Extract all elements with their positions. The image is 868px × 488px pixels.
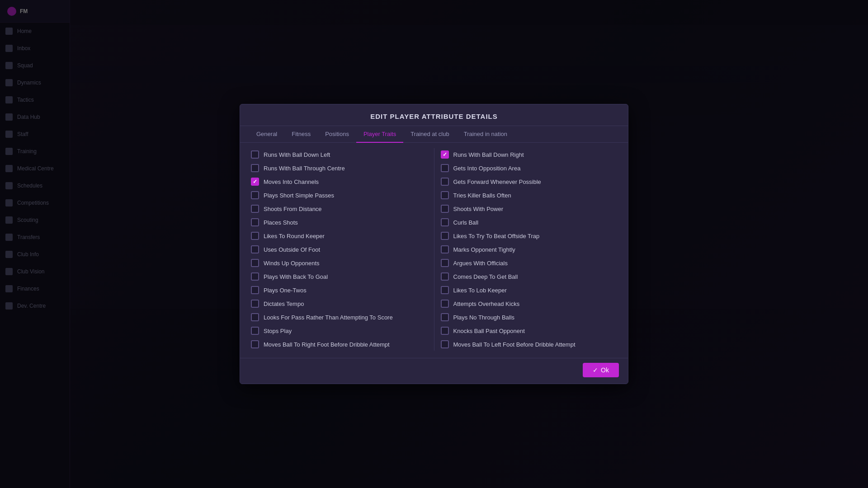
- left-trait-row[interactable]: Looks For Pass Rather Than Attempting To…: [249, 311, 429, 324]
- trait-label: Moves Into Channels: [264, 178, 319, 185]
- left-trait-row[interactable]: Runs With Ball Down Left: [249, 148, 429, 161]
- trait-checkbox[interactable]: [251, 178, 259, 186]
- trait-checkbox[interactable]: [441, 232, 449, 240]
- right-trait-row[interactable]: Plays No Through Balls: [439, 311, 619, 324]
- trait-label: Runs With Ball Down Left: [264, 151, 330, 158]
- right-trait-row[interactable]: Likes To Lob Keeper: [439, 284, 619, 296]
- right-trait-row[interactable]: Knocks Ball Past Opponent: [439, 324, 619, 337]
- modal-overlay: EDIT PLAYER ATTRIBUTE DETAILS General Fi…: [0, 0, 868, 488]
- left-trait-row[interactable]: Moves Ball To Right Foot Before Dribble …: [249, 338, 429, 351]
- trait-checkbox[interactable]: [251, 327, 259, 335]
- trait-checkbox[interactable]: [251, 164, 259, 172]
- trait-label: Marks Opponent Tightly: [453, 246, 515, 253]
- trait-label: Moves Ball To Left Foot Before Dribble A…: [453, 341, 576, 348]
- tab-positions[interactable]: Positions: [318, 126, 356, 143]
- trait-checkbox[interactable]: [251, 191, 259, 199]
- trait-label: Plays Short Simple Passes: [264, 192, 334, 199]
- modal-tabs: General Fitness Positions Player Traits …: [240, 126, 628, 143]
- trait-label: Curls Ball: [453, 219, 479, 226]
- left-trait-row[interactable]: Plays One-Twos: [249, 284, 429, 296]
- trait-label: Shoots From Distance: [264, 206, 322, 212]
- left-trait-row[interactable]: Likes To Round Keeper: [249, 230, 429, 242]
- trait-checkbox[interactable]: [251, 340, 259, 348]
- trait-checkbox[interactable]: [251, 245, 259, 253]
- trait-checkbox[interactable]: [441, 164, 449, 172]
- trait-checkbox[interactable]: [441, 340, 449, 348]
- trait-checkbox[interactable]: [251, 205, 259, 213]
- modal-body: Runs With Ball Down LeftRuns With Ball T…: [240, 143, 628, 358]
- left-trait-row[interactable]: Plays Short Simple Passes: [249, 189, 429, 202]
- right-trait-row[interactable]: Runs With Ball Down Right: [439, 148, 619, 161]
- trait-label: Places Shots: [264, 219, 298, 226]
- trait-checkbox[interactable]: [251, 259, 259, 267]
- trait-checkbox[interactable]: [441, 245, 449, 253]
- trait-checkbox[interactable]: [441, 313, 449, 321]
- modal-title: EDIT PLAYER ATTRIBUTE DETAILS: [240, 104, 628, 126]
- tab-general[interactable]: General: [249, 126, 284, 143]
- left-trait-row[interactable]: Shoots From Distance: [249, 202, 429, 215]
- left-traits-column: Runs With Ball Down LeftRuns With Ball T…: [249, 148, 434, 351]
- trait-checkbox[interactable]: [251, 286, 259, 294]
- left-trait-row[interactable]: Runs With Ball Through Centre: [249, 162, 429, 174]
- right-trait-row[interactable]: Argues With Officials: [439, 257, 619, 269]
- trait-checkbox[interactable]: [251, 313, 259, 321]
- trait-checkbox[interactable]: [441, 150, 449, 159]
- trait-checkbox[interactable]: [441, 218, 449, 226]
- trait-checkbox[interactable]: [441, 191, 449, 199]
- trait-checkbox[interactable]: [441, 300, 449, 308]
- modal-footer: ✓ Ok: [240, 358, 628, 384]
- trait-checkbox[interactable]: [441, 205, 449, 213]
- right-trait-row[interactable]: Attempts Overhead Kicks: [439, 297, 619, 310]
- trait-label: Gets Into Opposition Area: [453, 165, 521, 172]
- tab-player-traits[interactable]: Player Traits: [356, 126, 403, 143]
- ok-label: Ok: [601, 366, 609, 374]
- trait-checkbox[interactable]: [251, 272, 259, 281]
- ok-button[interactable]: ✓ Ok: [583, 363, 619, 377]
- left-trait-row[interactable]: Plays With Back To Goal: [249, 270, 429, 283]
- trait-label: Argues With Officials: [453, 260, 508, 267]
- trait-label: Likes To Lob Keeper: [453, 287, 507, 294]
- trait-checkbox[interactable]: [441, 272, 449, 281]
- left-trait-row[interactable]: Dictates Tempo: [249, 297, 429, 310]
- trait-checkbox[interactable]: [251, 232, 259, 240]
- left-trait-row[interactable]: Uses Outside Of Foot: [249, 243, 429, 256]
- right-trait-row[interactable]: Gets Into Opposition Area: [439, 162, 619, 174]
- left-trait-row[interactable]: Stops Play: [249, 324, 429, 337]
- tab-fitness[interactable]: Fitness: [284, 126, 318, 143]
- trait-label: Likes To Try To Beat Offside Trap: [453, 233, 540, 239]
- right-traits-column: Runs With Ball Down RightGets Into Oppos…: [434, 148, 619, 351]
- trait-label: Runs With Ball Through Centre: [264, 165, 345, 172]
- trait-label: Winds Up Opponents: [264, 260, 320, 267]
- trait-label: Stops Play: [264, 328, 292, 334]
- right-trait-row[interactable]: Marks Opponent Tightly: [439, 243, 619, 256]
- right-trait-row[interactable]: Gets Forward Whenever Possible: [439, 175, 619, 188]
- right-trait-row[interactable]: Curls Ball: [439, 216, 619, 229]
- trait-label: Dictates Tempo: [264, 300, 304, 307]
- trait-checkbox[interactable]: [251, 150, 259, 159]
- trait-label: Attempts Overhead Kicks: [453, 300, 520, 307]
- left-trait-row[interactable]: Places Shots: [249, 216, 429, 229]
- trait-label: Plays One-Twos: [264, 287, 307, 294]
- right-trait-row[interactable]: Likes To Try To Beat Offside Trap: [439, 230, 619, 242]
- edit-player-attribute-modal: EDIT PLAYER ATTRIBUTE DETAILS General Fi…: [240, 104, 628, 384]
- trait-label: Runs With Ball Down Right: [453, 151, 524, 158]
- left-trait-row[interactable]: Moves Into Channels: [249, 175, 429, 188]
- trait-checkbox[interactable]: [251, 218, 259, 226]
- trait-checkbox[interactable]: [251, 300, 259, 308]
- trait-checkbox[interactable]: [441, 178, 449, 186]
- trait-label: Looks For Pass Rather Than Attempting To…: [264, 314, 393, 321]
- trait-label: Tries Killer Balls Often: [453, 192, 511, 199]
- trait-checkbox[interactable]: [441, 327, 449, 335]
- right-trait-row[interactable]: Shoots With Power: [439, 202, 619, 215]
- tab-trained-in-nation[interactable]: Trained in nation: [457, 126, 514, 143]
- trait-label: Plays No Through Balls: [453, 314, 515, 321]
- right-trait-row[interactable]: Tries Killer Balls Often: [439, 189, 619, 202]
- left-trait-row[interactable]: Winds Up Opponents: [249, 257, 429, 269]
- right-trait-row[interactable]: Moves Ball To Left Foot Before Dribble A…: [439, 338, 619, 351]
- trait-label: Shoots With Power: [453, 206, 504, 212]
- trait-checkbox[interactable]: [441, 259, 449, 267]
- trait-label: Likes To Round Keeper: [264, 233, 325, 239]
- right-trait-row[interactable]: Comes Deep To Get Ball: [439, 270, 619, 283]
- trait-checkbox[interactable]: [441, 286, 449, 294]
- tab-trained-at-club[interactable]: Trained at club: [403, 126, 457, 143]
